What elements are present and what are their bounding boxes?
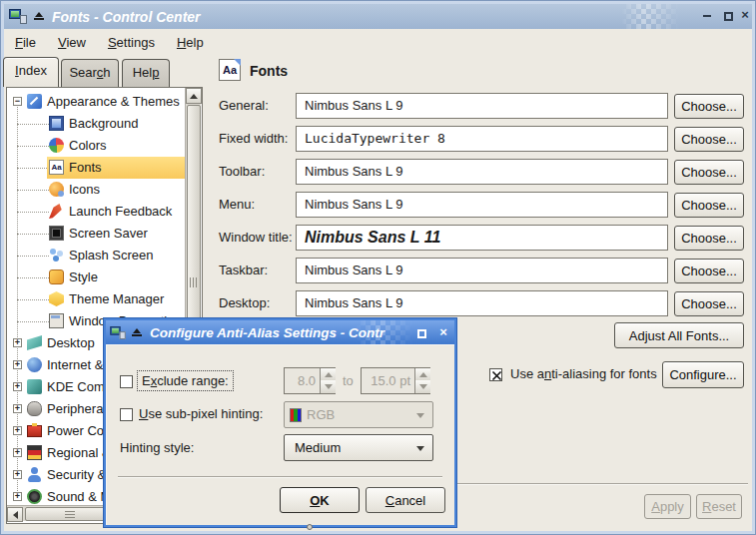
subpixel-hinting-checkbox[interactable]	[120, 408, 133, 421]
hinting-style-label: Hinting style:	[120, 440, 194, 455]
close-button[interactable]: ×	[737, 7, 753, 23]
checkmark-x-icon	[490, 369, 503, 382]
splash-screen-icon	[49, 248, 64, 263]
dialog-resize-grip[interactable]	[307, 524, 313, 530]
icons-icon	[49, 182, 64, 197]
close-icon: ×	[741, 7, 749, 23]
menu-settings[interactable]: Settings	[97, 31, 166, 54]
tab-help[interactable]: Help	[122, 59, 170, 87]
antialias-checkbox[interactable]	[489, 368, 502, 381]
colors-icon	[49, 138, 64, 153]
chevron-down-icon	[416, 446, 424, 451]
arrow-down-icon	[325, 384, 333, 389]
dialog-maximize-button[interactable]	[413, 325, 429, 341]
tab-search[interactable]: Search	[61, 59, 119, 87]
range-to-spinbox: 15.0 pt	[361, 367, 430, 394]
arrow-left-icon	[13, 511, 18, 519]
kde-components-icon	[27, 379, 42, 394]
expand-icon[interactable]: +	[13, 360, 22, 369]
configure-button[interactable]: Configure...	[662, 361, 744, 388]
choose-toolbar-button[interactable]: Choose...	[674, 160, 744, 185]
titlebar-pattern	[621, 4, 679, 29]
dialog-separator	[118, 476, 442, 478]
battery-icon	[27, 425, 42, 437]
adjust-all-fonts-button[interactable]: Adjust All Fonts...	[614, 322, 744, 348]
spin-down-button	[321, 380, 336, 393]
tree-item-style[interactable]: Style	[7, 267, 185, 288]
range-to-text: to	[343, 373, 354, 388]
arrow-up-icon	[190, 94, 198, 99]
tree-item-launch-feedback[interactable]: Launch Feedback	[7, 201, 185, 223]
tree-item-icons[interactable]: Icons	[7, 179, 185, 201]
tree-item-splash-screen[interactable]: Splash Screen	[7, 245, 185, 267]
shade-icon[interactable]	[132, 328, 142, 337]
shade-icon[interactable]	[34, 12, 44, 21]
choose-window-title-button[interactable]: Choose...	[674, 226, 744, 251]
tree-item-theme-manager[interactable]: Theme Manager	[7, 288, 185, 310]
toolbar-label: Toolbar:	[219, 159, 297, 185]
choose-taskbar-button[interactable]: Choose...	[674, 259, 744, 283]
toolbar-font-field: Nimbus Sans L 9	[296, 159, 668, 185]
person-icon	[27, 467, 42, 482]
fixed-width-font-field: LucidaTypewriter 8	[296, 126, 668, 152]
expand-icon[interactable]: +	[13, 448, 22, 457]
desktop-icon	[27, 335, 42, 350]
computer-icon	[110, 326, 125, 339]
desktop-label: Desktop:	[219, 290, 297, 316]
tree-item-fonts[interactable]: Aa Fonts	[7, 157, 185, 179]
expand-icon[interactable]: +	[13, 404, 22, 413]
selected-row-highlight	[47, 157, 185, 179]
style-icon	[49, 269, 64, 284]
tree-item-colors[interactable]: Colors	[7, 135, 185, 157]
spin-down-button	[415, 380, 430, 393]
globe-icon	[27, 357, 42, 372]
tab-index[interactable]: Index	[3, 57, 59, 87]
arrow-up-icon	[325, 372, 333, 377]
expand-icon[interactable]: +	[13, 492, 22, 501]
ok-button[interactable]: OK	[280, 487, 360, 513]
scroll-up-button[interactable]	[186, 88, 202, 104]
tree-item-screen-saver[interactable]: Screen Saver	[7, 223, 185, 245]
collapse-icon[interactable]: −	[13, 97, 22, 106]
cancel-button[interactable]: Cancel	[366, 487, 445, 513]
hinting-style-dropdown[interactable]: Medium	[284, 434, 433, 461]
taskbar-font-field: Nimbus Sans L 9	[296, 258, 668, 283]
tree-item-appearance-themes[interactable]: − Appearance & Themes	[7, 91, 185, 113]
expand-icon[interactable]: +	[13, 338, 22, 347]
arrow-up-icon	[419, 372, 427, 377]
window-title: Fonts - Control Center	[52, 9, 201, 25]
rgb-stripes-icon	[290, 408, 302, 422]
tree-item-background[interactable]: Background	[7, 113, 185, 135]
control-center-window: Fonts - Control Center × File View Setti…	[0, 0, 756, 535]
minimize-button[interactable]	[699, 8, 715, 24]
exclude-range-checkbox[interactable]	[120, 375, 133, 388]
speaker-icon	[27, 489, 42, 504]
dialog-titlebar[interactable]: Configure Anti-Alias Settings - Contr	[106, 320, 454, 344]
chevron-down-icon	[416, 413, 424, 418]
maximize-icon	[724, 12, 733, 21]
menu-view[interactable]: View	[47, 31, 97, 54]
choose-fixed-width-button[interactable]: Choose...	[674, 127, 744, 152]
menu-file[interactable]: File	[4, 31, 47, 54]
expand-icon[interactable]: +	[13, 382, 22, 391]
menu-help[interactable]: Help	[166, 31, 215, 54]
choose-general-button[interactable]: Choose...	[674, 94, 744, 119]
theme-manager-icon	[49, 291, 64, 306]
computer-icon	[9, 9, 27, 24]
antialias-label: Use anti-aliasing for fonts	[510, 366, 657, 381]
choose-menu-button[interactable]: Choose...	[674, 193, 744, 218]
background-icon	[49, 116, 64, 131]
menu-label: Menu:	[219, 192, 297, 218]
dialog-title: Configure Anti-Alias Settings - Contr	[150, 325, 384, 340]
expand-icon[interactable]: +	[13, 426, 22, 435]
dialog-close-button[interactable]: ×	[435, 324, 451, 340]
subpixel-type-dropdown: RGB	[284, 401, 433, 428]
maximize-button[interactable]	[720, 8, 736, 24]
page-title: Fonts	[250, 63, 288, 79]
window-titlebar[interactable]: Fonts - Control Center	[4, 4, 752, 29]
window-title-font-field: Nimbus Sans L 11	[296, 225, 668, 251]
choose-desktop-button[interactable]: Choose...	[674, 291, 744, 316]
maximize-icon	[417, 329, 426, 338]
expand-icon[interactable]: +	[13, 470, 22, 479]
scroll-left-button[interactable]	[7, 507, 23, 522]
